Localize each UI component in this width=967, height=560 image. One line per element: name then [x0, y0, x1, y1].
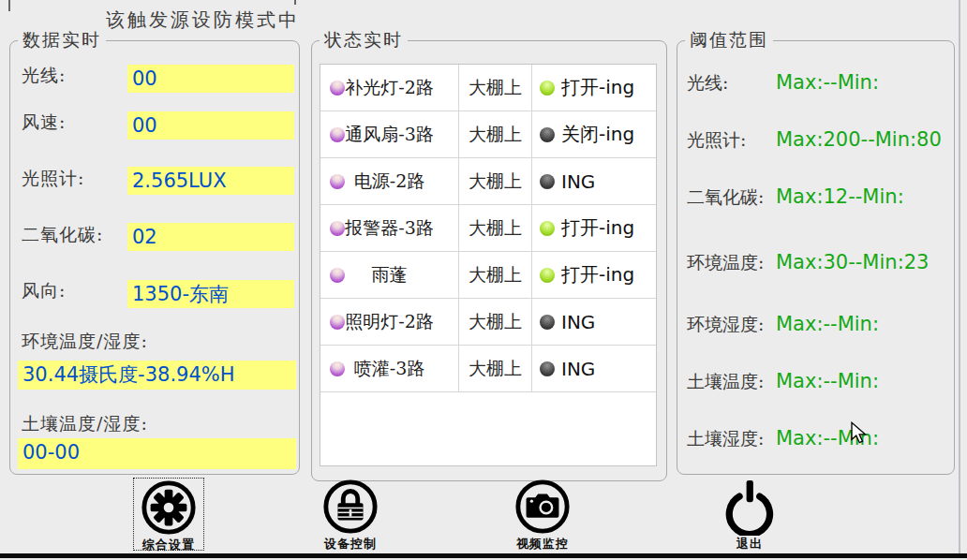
- threshold-row: 二氧化碳: Max:12--Min:: [677, 185, 954, 210]
- device-status: ING: [561, 311, 595, 333]
- device-control-button-label: 设备控制: [324, 536, 377, 553]
- device-status: ING: [561, 170, 595, 193]
- device-status-cell: 打开-ing: [532, 65, 656, 111]
- lux-threshold-label: 光照计:: [687, 128, 746, 153]
- device-location: 大棚上: [459, 205, 532, 251]
- soil-temp-threshold-value: Max:--Min:: [776, 370, 879, 392]
- light-threshold-label: 光线:: [687, 71, 728, 96]
- status-orb-icon: [540, 221, 555, 236]
- table-row[interactable]: 补光灯-2路 大棚上 打开-ing: [320, 65, 656, 111]
- device-status: 打开-ing: [561, 262, 634, 287]
- wind-direction-label: 风向:: [22, 279, 66, 303]
- device-status-cell: ING: [532, 299, 656, 345]
- device-cell: 照明灯-2路: [320, 299, 459, 345]
- device-orb-icon: [330, 268, 345, 283]
- status-table: 补光灯-2路 大棚上 打开-ing 通风扇-3路 大棚上 关闭-ing 电源-2…: [320, 64, 657, 466]
- soil-temp-humidity-field[interactable]: 00-00: [18, 438, 296, 469]
- realtime-data-panel: 数据实时 光线: 00 风速: 00 光照计: 2.565LUX 二氧化碳: 0…: [9, 40, 300, 475]
- device-name: 照明灯-2路: [345, 310, 434, 334]
- device-name: 报警器-3路: [345, 216, 434, 241]
- device-cell: 通风扇-3路: [320, 111, 459, 157]
- wind-direction-field[interactable]: 1350-东南: [127, 280, 294, 308]
- lux-meter-label: 光照计:: [22, 167, 84, 191]
- device-name: 喷灌-3路: [354, 357, 425, 381]
- device-status: 打开-ing: [561, 215, 634, 241]
- gear-icon: [140, 479, 198, 537]
- wind-speed-field[interactable]: 00: [127, 111, 294, 140]
- settings-button-label: 综合设置: [142, 537, 195, 553]
- table-row[interactable]: 通风扇-3路 大棚上 关闭-ing: [320, 111, 656, 158]
- device-name: 电源-2路: [354, 169, 425, 194]
- light-field[interactable]: 00: [127, 65, 294, 93]
- top-mid-tick: [294, 0, 296, 5]
- device-location: 大棚上: [459, 252, 532, 298]
- ambient-humidity-threshold-value: Max:--Min:: [776, 313, 879, 335]
- realtime-status-title: 状态实时: [320, 28, 408, 52]
- wind-speed-label: 风速:: [22, 111, 66, 135]
- device-orb-icon: [330, 127, 345, 142]
- device-location: 大棚上: [459, 111, 532, 157]
- device-status-cell: 关闭-ing: [532, 111, 656, 157]
- device-control-button[interactable]: 设备控制: [315, 478, 386, 551]
- realtime-status-panel: 状态实时 补光灯-2路 大棚上 打开-ing 通风扇-3路 大棚上 关闭-ing: [311, 40, 667, 481]
- soil-humidity-threshold-label: 土壤湿度:: [687, 427, 764, 451]
- table-row[interactable]: 照明灯-2路 大棚上 ING: [320, 299, 656, 346]
- exit-button[interactable]: 退出: [714, 478, 785, 551]
- ambient-temp-humidity-field[interactable]: 30.44摄氏度-38.94%H: [18, 361, 296, 390]
- device-status-cell: ING: [532, 346, 656, 391]
- light-threshold-value: Max:--Min:: [776, 71, 879, 94]
- co2-label: 二氧化碳:: [22, 223, 103, 247]
- threshold-range-panel: 阈值范围 光线: Max:--Min: 光照计: Max:200--Min:80…: [677, 40, 955, 475]
- status-orb-icon: [540, 315, 555, 330]
- ambient-temp-threshold-value: Max:30--Min:23: [776, 251, 929, 273]
- co2-field[interactable]: 02: [127, 223, 294, 251]
- co2-threshold-value: Max:12--Min:: [776, 185, 904, 208]
- device-orb-icon: [330, 81, 345, 96]
- device-name: 补光灯-2路: [345, 76, 434, 100]
- device-orb-icon: [330, 174, 345, 189]
- co2-threshold-label: 二氧化碳:: [687, 185, 764, 210]
- lock-icon: [321, 478, 379, 536]
- device-name: 雨蓬: [372, 263, 408, 287]
- device-cell: 补光灯-2路: [320, 65, 459, 111]
- table-row[interactable]: 喷灌-3路 大棚上 ING: [320, 346, 656, 392]
- threshold-row: 环境温度: Max:30--Min:23: [677, 251, 954, 275]
- bottom-bar: [0, 553, 967, 558]
- device-status-cell: 打开-ing: [532, 252, 656, 298]
- ambient-humidity-threshold-label: 环境湿度:: [687, 313, 764, 337]
- soil-temp-threshold-label: 土壤温度:: [687, 370, 764, 394]
- device-cell: 雨蓬: [320, 252, 459, 298]
- ambient-temp-threshold-label: 环境温度:: [687, 251, 764, 275]
- device-name: 通风扇-3路: [345, 123, 434, 147]
- device-status: ING: [561, 358, 595, 380]
- table-row[interactable]: 电源-2路 大棚上 ING: [320, 158, 656, 205]
- video-monitor-button[interactable]: 视频监控: [507, 478, 578, 551]
- device-cell: 喷灌-3路: [320, 346, 459, 391]
- lux-threshold-value: Max:200--Min:80: [776, 128, 942, 151]
- video-monitor-button-label: 视频监控: [516, 536, 569, 553]
- arming-mode-banner: 该触发源设防模式中: [106, 7, 300, 33]
- exit-button-label: 退出: [736, 536, 763, 553]
- mouse-cursor: [849, 421, 870, 444]
- device-location: 大棚上: [459, 65, 532, 111]
- device-location: 大棚上: [459, 158, 532, 204]
- device-status: 打开-ing: [561, 75, 634, 100]
- settings-button[interactable]: 综合设置: [133, 478, 204, 551]
- lux-meter-field[interactable]: 2.565LUX: [127, 167, 294, 195]
- status-orb-icon: [540, 268, 555, 283]
- device-status-cell: ING: [532, 158, 656, 204]
- table-row[interactable]: 报警器-3路 大棚上 打开-ing: [320, 205, 656, 252]
- soil-temp-humidity-label: 土壤温度/湿度:: [22, 412, 148, 436]
- right-edge-line: [959, 0, 960, 553]
- top-left-tick: [8, 0, 10, 11]
- threshold-row: 环境湿度: Max:--Min:: [677, 313, 954, 337]
- status-orb-icon: [540, 361, 555, 376]
- device-cell: 电源-2路: [320, 158, 459, 204]
- light-label: 光线:: [22, 64, 66, 88]
- threshold-row: 光线: Max:--Min:: [677, 71, 954, 96]
- device-status-cell: 打开-ing: [532, 205, 656, 251]
- realtime-data-title: 数据实时: [18, 28, 106, 52]
- device-location: 大棚上: [459, 346, 532, 391]
- camera-icon: [513, 478, 572, 536]
- table-row[interactable]: 雨蓬 大棚上 打开-ing: [320, 252, 656, 299]
